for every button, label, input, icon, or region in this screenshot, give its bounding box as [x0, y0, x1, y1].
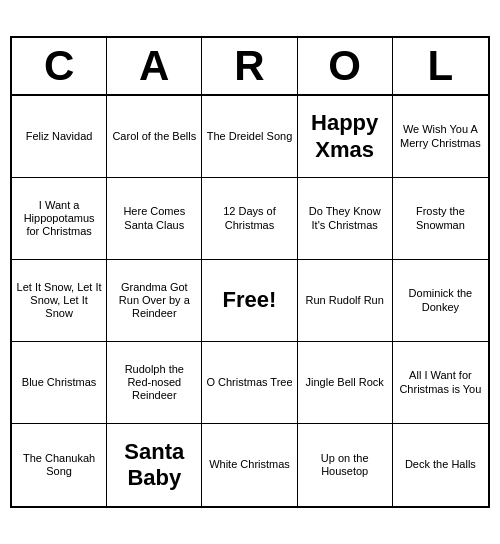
bingo-cell[interactable]: The Chanukah Song [12, 424, 107, 506]
bingo-cell[interactable]: Santa Baby [107, 424, 202, 506]
header-letter: C [12, 38, 107, 94]
bingo-cell[interactable]: Blue Christmas [12, 342, 107, 424]
bingo-cell[interactable]: Feliz Navidad [12, 96, 107, 178]
bingo-cell[interactable]: Carol of the Bells [107, 96, 202, 178]
bingo-cell[interactable]: We Wish You A Merry Christmas [393, 96, 488, 178]
bingo-cell[interactable]: 12 Days of Christmas [202, 178, 297, 260]
bingo-cell[interactable]: Free! [202, 260, 297, 342]
bingo-cell[interactable]: Run Rudolf Run [298, 260, 393, 342]
bingo-cell[interactable]: I Want a Hippopotamus for Christmas [12, 178, 107, 260]
bingo-cell[interactable]: White Christmas [202, 424, 297, 506]
bingo-cell[interactable]: All I Want for Christmas is You [393, 342, 488, 424]
bingo-cell[interactable]: Let It Snow, Let It Snow, Let It Snow [12, 260, 107, 342]
bingo-cell[interactable]: Deck the Halls [393, 424, 488, 506]
bingo-cell[interactable]: Up on the Housetop [298, 424, 393, 506]
bingo-header: CAROL [12, 38, 488, 96]
bingo-cell[interactable]: Frosty the Snowman [393, 178, 488, 260]
bingo-cell[interactable]: Happy Xmas [298, 96, 393, 178]
bingo-cell[interactable]: Rudolph the Red-nosed Reindeer [107, 342, 202, 424]
bingo-cell[interactable]: Dominick the Donkey [393, 260, 488, 342]
bingo-cell[interactable]: O Christmas Tree [202, 342, 297, 424]
bingo-cell[interactable]: Grandma Got Run Over by a Reindeer [107, 260, 202, 342]
bingo-grid: Feliz NavidadCarol of the BellsThe Dreid… [12, 96, 488, 506]
header-letter: R [202, 38, 297, 94]
bingo-cell[interactable]: Jingle Bell Rock [298, 342, 393, 424]
bingo-cell[interactable]: Here Comes Santa Claus [107, 178, 202, 260]
bingo-card: CAROL Feliz NavidadCarol of the BellsThe… [10, 36, 490, 508]
bingo-cell[interactable]: Do They Know It's Christmas [298, 178, 393, 260]
header-letter: A [107, 38, 202, 94]
header-letter: O [298, 38, 393, 94]
header-letter: L [393, 38, 488, 94]
bingo-cell[interactable]: The Dreidel Song [202, 96, 297, 178]
